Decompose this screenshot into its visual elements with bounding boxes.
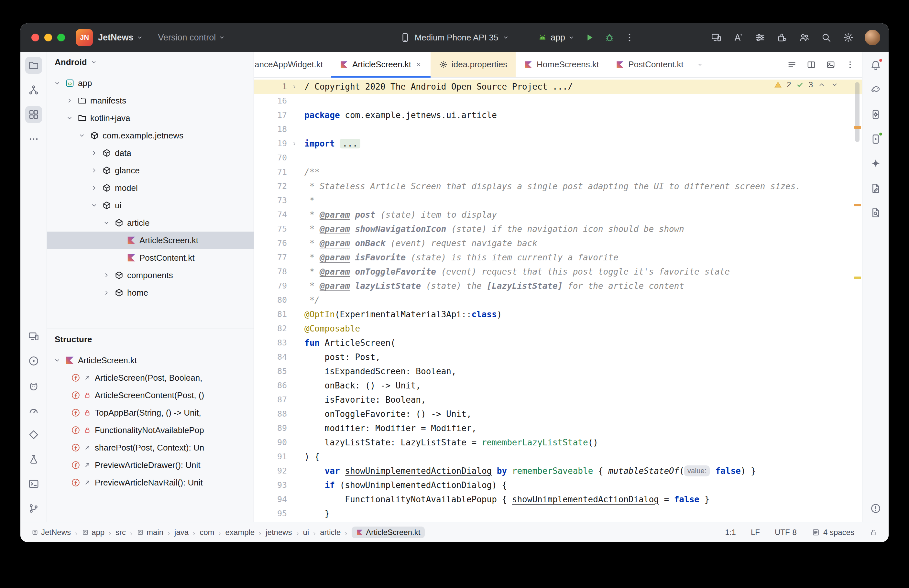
code-text[interactable]: import ...: [302, 136, 360, 151]
project-item-components[interactable]: components: [47, 267, 253, 284]
search-everywhere-icon[interactable]: [821, 32, 832, 43]
editor-options-icon[interactable]: [845, 60, 855, 69]
code-text[interactable]: * @param lazyListState (state) the [Lazy…: [302, 279, 684, 293]
chevron-right-icon[interactable]: [90, 166, 98, 175]
code-text[interactable]: [302, 94, 304, 108]
breadcrumb-ui[interactable]: ui: [303, 528, 309, 537]
chevron-down-icon[interactable]: [77, 131, 86, 140]
close-icon[interactable]: [415, 61, 422, 68]
chevron-right-icon[interactable]: [90, 183, 98, 192]
code-text[interactable]: onBack: () -> Unit,: [302, 378, 421, 393]
next-problem-button[interactable]: [830, 81, 839, 89]
chevron-down-icon[interactable]: [90, 201, 98, 210]
breadcrumb-com[interactable]: com: [200, 528, 214, 537]
run-configuration[interactable]: app: [537, 32, 575, 43]
chevron-down-icon[interactable]: [53, 356, 62, 365]
breadcrumb-java[interactable]: java: [174, 528, 189, 537]
code-text[interactable]: fun ArticleScreen(: [302, 336, 396, 350]
project-item-postcontent-kt[interactable]: PostContent.kt: [47, 249, 253, 267]
code-text[interactable]: *: [302, 194, 315, 208]
code-text[interactable]: lazyListState: LazyListState = rememberL…: [302, 435, 598, 449]
code-text[interactable]: / Copyright 2020 The Android Open Source…: [302, 79, 573, 94]
file-encoding-widget[interactable]: UTF-8: [775, 528, 797, 537]
previous-problem-button[interactable]: [817, 81, 826, 89]
line-separator-widget[interactable]: LF: [751, 528, 760, 537]
chevron-right-icon[interactable]: [102, 288, 111, 297]
logcat-tool-button[interactable]: [25, 377, 42, 394]
running-devices-panel-button[interactable]: [867, 131, 884, 147]
file-writable-widget[interactable]: [869, 528, 878, 536]
settings-icon[interactable]: [843, 32, 854, 43]
problems-tool-button[interactable]: [867, 500, 884, 517]
code-text[interactable]: [302, 122, 304, 136]
structure-item-functionalitynotavailablepop[interactable]: FunctionalityNotAvailablePop: [47, 422, 253, 439]
indentation-widget[interactable]: 4 spaces: [812, 528, 854, 537]
editor-tab-homescreens-kt[interactable]: HomeScreens.kt: [516, 52, 607, 77]
project-item-ui[interactable]: ui: [47, 197, 253, 214]
project-item-com-example-jetnews[interactable]: com.example.jetnews: [47, 127, 253, 144]
plugins-icon[interactable]: [777, 32, 788, 43]
app-inspection-tool-button[interactable]: [25, 451, 42, 468]
breadcrumb-article[interactable]: article: [320, 528, 341, 537]
profiler-tool-button[interactable]: [25, 402, 42, 418]
code-text[interactable]: isFavorite: Boolean,: [302, 393, 426, 407]
structure-item-previewarticlenavrail-unit[interactable]: PreviewArticleNavRail(): Unit: [47, 474, 253, 491]
notifications-button[interactable]: [867, 57, 884, 74]
project-view-selector[interactable]: Android: [47, 52, 253, 73]
ai-assistant-icon[interactable]: [733, 32, 744, 43]
chevron-right-icon[interactable]: [90, 149, 98, 158]
editor-preview-icon[interactable]: [826, 60, 836, 69]
display-settings-icon[interactable]: [755, 32, 766, 43]
code-text[interactable]: /**: [302, 165, 320, 179]
project-item-home[interactable]: home: [47, 284, 253, 301]
find-tool-button[interactable]: [867, 204, 884, 221]
fold-marker-icon[interactable]: [287, 84, 302, 90]
code-text[interactable]: onToggleFavorite: () -> Unit,: [302, 407, 471, 421]
project-item-model[interactable]: model: [47, 179, 253, 197]
code-text[interactable]: post: Post,: [302, 350, 380, 364]
minimize-button[interactable]: [44, 34, 52, 41]
code-with-me-icon[interactable]: [799, 32, 810, 43]
code-text[interactable]: * @param showNavigationIcon (state) if t…: [302, 222, 684, 236]
gradle-tool-button[interactable]: [867, 81, 884, 99]
breadcrumb-src[interactable]: src: [115, 528, 126, 537]
structure-tool-button[interactable]: [25, 106, 42, 123]
code-text[interactable]: @OptIn(ExperimentalMaterial3Api::class): [302, 307, 502, 321]
split-editor-icon[interactable]: [806, 60, 816, 69]
commit-tool-button[interactable]: [25, 81, 42, 99]
structure-item-topappbar-string-unit[interactable]: TopAppBar(String, () -> Unit,: [47, 404, 253, 422]
project-item-data[interactable]: data: [47, 144, 253, 162]
code-text[interactable]: ) {: [302, 449, 320, 464]
code-text[interactable]: modifier: Modifier = Modifier,: [302, 421, 476, 435]
code-text[interactable]: * @param onToggleFavorite (event) reques…: [302, 265, 730, 279]
code-text[interactable]: package com.example.jetnews.ui.article: [302, 108, 497, 122]
code-text[interactable]: * Stateless Article Screen that displays…: [302, 179, 801, 194]
code-text[interactable]: [302, 151, 304, 165]
code-text[interactable]: * @param isFavorite (state) is this item…: [302, 250, 618, 265]
run-tool-button[interactable]: [25, 352, 42, 369]
project-tool-button[interactable]: [25, 57, 42, 74]
code-text[interactable]: var showUnimplementedActionDialog by rem…: [302, 464, 756, 478]
breadcrumb-example[interactable]: example: [225, 528, 255, 537]
more-actions-button[interactable]: [624, 32, 635, 43]
project-item-articlescreen-kt[interactable]: ArticleScreen.kt: [47, 232, 253, 249]
code-text[interactable]: @Composable: [302, 321, 360, 336]
code-text[interactable]: if (showUnimplementedActionDialog) {: [302, 478, 507, 492]
device-mirroring-icon[interactable]: [711, 32, 722, 43]
user-avatar[interactable]: [865, 30, 880, 45]
tab-list-icon[interactable]: [787, 60, 797, 69]
code-text[interactable]: * @param onBack (event) request navigate…: [302, 236, 537, 250]
gemini-tool-button[interactable]: [867, 155, 884, 172]
structure-item-articlescreencontent-post[interactable]: ArticleScreenContent(Post, (): [47, 386, 253, 404]
vcs-widget[interactable]: Version control: [158, 33, 226, 43]
more-tool-windows-button[interactable]: [25, 131, 42, 147]
code-text[interactable]: * @param post (state) item to display: [302, 208, 497, 222]
inspections-widget[interactable]: 2 3: [774, 80, 839, 89]
hidden-tabs-button[interactable]: [696, 61, 704, 68]
debug-button[interactable]: [604, 32, 615, 43]
breadcrumb-jetnews[interactable]: JetNews: [31, 528, 71, 537]
device-selector[interactable]: Medium Phone API 35: [400, 32, 510, 43]
code-text[interactable]: */: [302, 293, 320, 307]
chevron-down-icon[interactable]: [102, 218, 111, 228]
caret-position-widget[interactable]: 1:1: [725, 528, 736, 537]
